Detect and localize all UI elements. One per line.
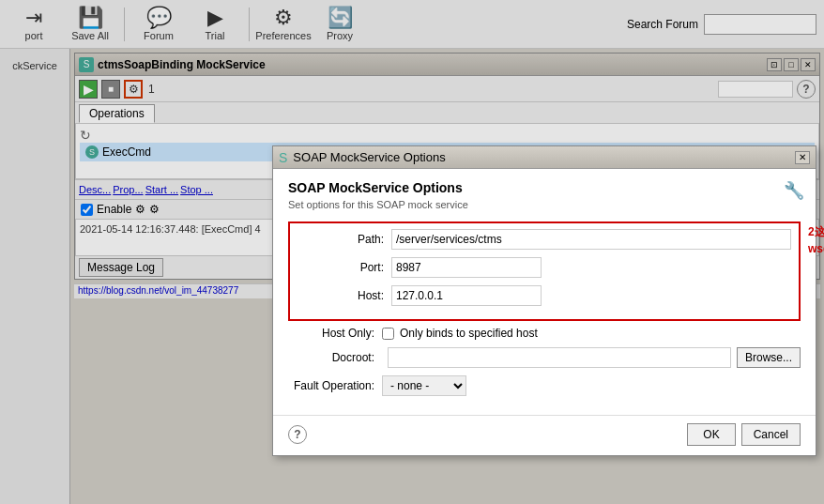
- dialog-overlay: S SOAP MockService Options ✕ SOAP MockSe…: [0, 0, 824, 504]
- host-only-row: Host Only: Only binds to specified host: [288, 327, 801, 340]
- fault-label: Fault Operation:: [288, 379, 382, 392]
- dialog-body: SOAP MockService Options Set options for…: [273, 169, 816, 415]
- fault-row: Fault Operation: - none -: [288, 375, 801, 396]
- port-label: Port:: [298, 261, 391, 274]
- host-label: Host:: [298, 289, 391, 302]
- fault-select[interactable]: - none -: [382, 375, 466, 396]
- soap-dialog: S SOAP MockService Options ✕ SOAP MockSe…: [272, 145, 816, 456]
- dialog-tools-icon[interactable]: 🔧: [784, 180, 804, 201]
- fields-red-box: Path: Port: Host: 2这个地址，一定要和客户端里的，wsdl地址…: [288, 221, 801, 321]
- footer-buttons: OK Cancel: [687, 423, 801, 446]
- host-row: Host:: [298, 285, 791, 306]
- host-only-label: Host Only:: [288, 327, 382, 340]
- docroot-input[interactable]: [388, 347, 731, 368]
- cancel-button[interactable]: Cancel: [741, 423, 801, 446]
- ok-button[interactable]: OK: [687, 423, 735, 446]
- browse-button[interactable]: Browse...: [737, 347, 801, 368]
- footer-help-button[interactable]: ?: [288, 425, 307, 444]
- dialog-heading: SOAP MockService Options: [288, 180, 801, 195]
- path-input[interactable]: [391, 229, 791, 250]
- docroot-row: Docroot: Browse...: [288, 347, 801, 368]
- path-row: Path:: [298, 229, 791, 250]
- host-only-checkbox[interactable]: [382, 328, 394, 340]
- port-input[interactable]: [391, 257, 542, 278]
- host-input[interactable]: [391, 285, 542, 306]
- port-row: Port:: [298, 257, 791, 278]
- dialog-footer: ? OK Cancel: [273, 415, 816, 455]
- host-only-text: Only binds to specified host: [400, 327, 538, 340]
- dialog-subtitle: Set options for this SOAP mock service: [288, 199, 801, 210]
- chinese-annotation: 2这个地址，一定要和客户端里的，wsdl地址是一样的: [808, 223, 824, 257]
- path-label: Path:: [298, 233, 391, 246]
- dialog-titlebar: S SOAP MockService Options ✕: [273, 146, 816, 169]
- dialog-title-text: SOAP MockService Options: [293, 150, 795, 164]
- docroot-label: Docroot:: [288, 351, 382, 364]
- dialog-title-icon: S: [279, 150, 287, 165]
- dialog-close-button[interactable]: ✕: [795, 151, 810, 164]
